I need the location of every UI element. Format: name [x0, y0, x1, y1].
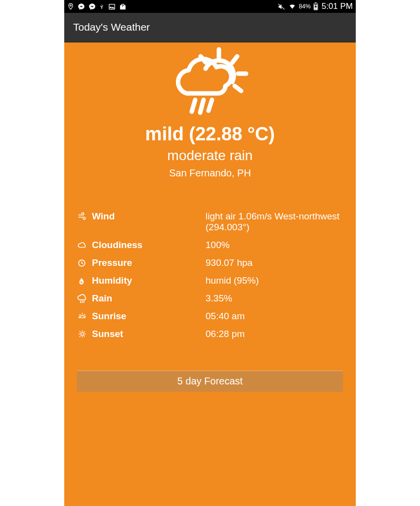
details-list: Wind light air 1.06m/s West-northwest (2…	[64, 208, 356, 343]
svg-line-7	[232, 56, 237, 63]
sunset-icon	[77, 329, 92, 338]
status-right: 84% 5:01 PM	[277, 1, 353, 11]
location-pin-icon	[67, 2, 74, 10]
svg-line-21	[80, 314, 81, 315]
temperature-line: mild (22.88 °C)	[145, 124, 275, 145]
svg-line-18	[84, 301, 84, 302]
location-line: San Fernando, PH	[169, 168, 251, 179]
row-wind: Wind light air 1.06m/s West-northwest (2…	[77, 208, 343, 236]
sunrise-icon	[77, 311, 92, 321]
forecast-button[interactable]: 5 day Forecast	[77, 371, 343, 392]
svg-line-9	[235, 86, 241, 91]
mute-icon	[277, 3, 286, 10]
sunset-value: 06:28 pm	[206, 329, 343, 339]
rain-value: 3.35%	[206, 293, 343, 304]
wind-icon	[77, 211, 92, 221]
svg-point-0	[70, 5, 72, 6]
rain-label: Rain	[92, 293, 206, 304]
app-bar: Today's Weather	[64, 13, 356, 42]
humidity-value: humid (95%)	[206, 275, 343, 286]
wind-value: light air 1.06m/s West-northwest (294.00…	[206, 211, 343, 233]
wifi-icon	[288, 3, 296, 10]
pressure-value: 930.07 hpa	[206, 257, 343, 268]
cloudiness-value: 100%	[206, 240, 343, 251]
content: mild (22.88 °C) moderate rain San Fernan…	[64, 42, 356, 506]
app-title: Today's Weather	[73, 21, 150, 33]
svg-line-17	[82, 301, 83, 302]
humidity-label: Humidity	[92, 275, 206, 286]
svg-rect-4	[315, 2, 316, 3]
condition-line: moderate rain	[168, 148, 253, 164]
pressure-label: Pressure	[92, 257, 206, 268]
clock: 5:01 PM	[322, 1, 353, 11]
sunrise-label: Sunrise	[92, 311, 206, 322]
row-cloudiness: Cloudiness 100%	[77, 236, 343, 254]
messenger-icon	[78, 3, 85, 10]
status-left	[67, 2, 126, 10]
wind-label: Wind	[92, 211, 206, 222]
pressure-icon	[77, 257, 92, 268]
svg-text:%: %	[80, 281, 83, 284]
battery-charging-icon	[313, 2, 318, 10]
usb-icon	[99, 2, 105, 10]
cloud-icon	[77, 240, 92, 250]
humidity-icon: %	[77, 275, 92, 286]
device-frame: 84% 5:01 PM Today's Weather	[64, 0, 356, 506]
rain-icon	[77, 293, 92, 304]
row-rain: Rain 3.35%	[77, 290, 343, 307]
cloudiness-label: Cloudiness	[92, 240, 206, 251]
svg-line-30	[80, 332, 81, 333]
svg-point-25	[81, 333, 84, 336]
store-icon	[119, 3, 126, 10]
weather-rain-sun-icon	[168, 46, 252, 121]
picture-icon	[108, 3, 116, 10]
svg-line-31	[84, 336, 85, 337]
row-sunrise: Sunrise 05:40 am	[77, 307, 343, 325]
messenger-icon	[88, 3, 96, 10]
row-humidity: % Humidity humid (95%)	[77, 272, 343, 290]
battery-percent: 84%	[299, 3, 311, 10]
row-sunset: Sunset 06:28 pm	[77, 325, 343, 343]
svg-line-16	[81, 301, 81, 302]
row-pressure: Pressure 930.07 hpa	[77, 254, 343, 272]
sunset-label: Sunset	[92, 329, 206, 339]
svg-line-13	[209, 100, 212, 111]
svg-line-33	[80, 336, 81, 337]
svg-line-11	[192, 100, 195, 112]
svg-line-12	[200, 100, 204, 113]
svg-line-32	[84, 332, 85, 333]
svg-line-22	[84, 314, 85, 315]
sunrise-value: 05:40 am	[206, 311, 343, 322]
status-bar: 84% 5:01 PM	[64, 0, 356, 13]
